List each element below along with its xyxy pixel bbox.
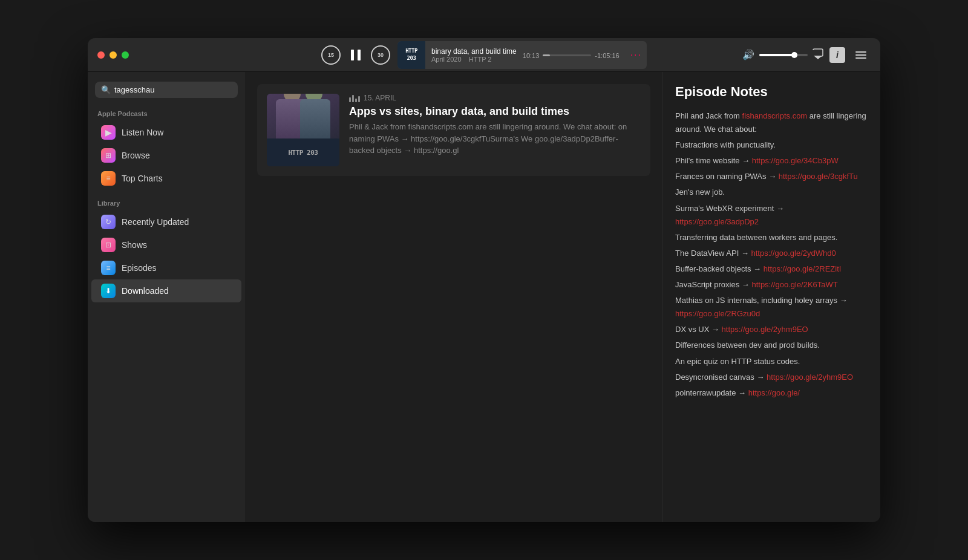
airplay-button[interactable] (813, 48, 823, 62)
episodes-icon: ≡ (101, 261, 116, 275)
episode-thumb-label: HTTP 203 (267, 138, 339, 166)
person2-body (300, 99, 330, 138)
listen-now-label: Listen Now (122, 128, 163, 137)
progress-track[interactable] (543, 54, 591, 56)
notes-item-7: The DataView API → https://goo.gle/2ydWh… (675, 247, 868, 260)
library-label: Library (88, 197, 245, 210)
downloaded-label: Downloaded (122, 286, 169, 296)
bar2 (352, 95, 354, 102)
maximize-button[interactable] (122, 51, 129, 59)
episode-title: Apps vs sites, binary data, and build ti… (349, 105, 641, 119)
volume-area: 🔊 (742, 48, 823, 62)
content-area: HTTP 203 15. APRIL Apps vs sites, binary (245, 72, 662, 522)
link-9[interactable]: https://goo.gle/2yhm9EO (767, 373, 853, 382)
fishandscripts-link[interactable]: fishandscripts.com (742, 111, 808, 120)
episode-date-row: 15. APRIL (349, 94, 641, 102)
sidebar-item-listen-now[interactable]: ▶ Listen Now (91, 121, 241, 144)
minimize-button[interactable] (110, 51, 117, 59)
notes-item-2: Phil's time website → https://goo.gle/34… (675, 154, 868, 168)
browse-icon: ⊞ (101, 148, 116, 163)
progress-container: 10:13 -1:05:16 (523, 51, 626, 59)
downloaded-icon: ⬇ (101, 284, 116, 298)
svg-rect-0 (351, 50, 354, 60)
now-playing-widget[interactable]: HTTP 203 binary data, and build time Apr… (397, 41, 647, 69)
episode-date: 15. APRIL (364, 94, 396, 102)
sidebar-item-top-charts[interactable]: ≡ Top Charts (91, 167, 241, 190)
skip-forward-button[interactable]: 30 (371, 45, 390, 65)
listen-now-icon: ▶ (101, 125, 116, 140)
current-time: 10:13 (523, 52, 540, 59)
notes-item-3: Frances on naming PWAs → https://goo.gle… (675, 170, 868, 183)
link-2[interactable]: https://goo.gle/3cgkfTu (779, 172, 858, 181)
skip-back-button[interactable]: 15 (321, 45, 341, 65)
episode-thumbnail: HTTP 203 (267, 94, 339, 166)
shows-icon: ⊡ (101, 238, 116, 252)
play-pause-button[interactable] (349, 48, 362, 62)
top-charts-icon: ≡ (101, 171, 116, 186)
notes-item-15: pointerrawupdate → https://goo.gle/ (675, 386, 868, 400)
menu-line-3 (855, 57, 866, 59)
now-playing-info: binary data, and build time April 2020 H… (425, 47, 523, 63)
bar1 (349, 97, 351, 102)
info-label: i (836, 50, 839, 60)
volume-thumb (791, 52, 797, 58)
notes-item-10: Mathias on JS internals, including holey… (675, 294, 868, 321)
apple-podcasts-section: Apple Podcasts ▶ Listen Now ⊞ Browse ≡ T… (88, 108, 245, 190)
episode-info: 15. APRIL Apps vs sites, binary data, an… (349, 94, 641, 166)
titlebar: 15 30 HTTP 203 (88, 38, 880, 72)
main-content: 🔍 Apple Podcasts ▶ Listen Now ⊞ Browse ≡… (88, 72, 880, 522)
link-1[interactable]: https://goo.gle/34Cb3pW (752, 156, 839, 165)
apple-podcasts-label: Apple Podcasts (88, 108, 245, 121)
more-options-icon[interactable]: ··· (626, 50, 647, 60)
notes-item-1: Fustractions with punctuality. (675, 138, 868, 152)
link-7[interactable]: https://goo.gle/2RGzu0d (675, 309, 760, 318)
skip-back-label: 15 (328, 52, 334, 58)
now-playing-title: binary data, and build time (431, 47, 517, 56)
now-playing-thumbnail: HTTP 203 (397, 41, 425, 69)
link-8[interactable]: https://goo.gle/2yhm9EO (722, 325, 808, 334)
player-controls: 15 30 (321, 45, 390, 65)
close-button[interactable] (97, 51, 105, 59)
volume-fill (759, 54, 793, 56)
sidebar-item-browse[interactable]: ⊞ Browse (91, 144, 241, 167)
sidebar-item-episodes[interactable]: ≡ Episodes (91, 256, 241, 279)
notes-intro-text: Phil and Jack from (675, 111, 742, 120)
info-button[interactable]: i (829, 47, 845, 63)
sidebar: 🔍 Apple Podcasts ▶ Listen Now ⊞ Browse ≡… (88, 72, 245, 522)
notes-item-6: Transferring data between workers and pa… (675, 231, 868, 244)
sidebar-item-shows[interactable]: ⊡ Shows (91, 233, 241, 256)
link-6[interactable]: https://goo.gle/2K6TaWT (751, 280, 837, 289)
menu-button[interactable] (851, 45, 871, 65)
notes-panel: Episode Notes Phil and Jack from fishand… (662, 72, 880, 522)
notes-item-13: An epic quiz on HTTP status codes. (675, 355, 868, 368)
search-container: 🔍 (88, 82, 245, 108)
menu-line-1 (855, 51, 866, 53)
total-time: -1:05:16 (595, 52, 619, 59)
notes-item-4: Jen's new job. (675, 186, 868, 199)
volume-slider[interactable] (759, 54, 808, 56)
notes-item-12: Differences between dev and prod builds. (675, 339, 868, 352)
recently-updated-icon: ↻ (101, 215, 116, 229)
link-4[interactable]: https://goo.gle/2ydWhd0 (751, 249, 836, 258)
notes-item-11: DX vs UX → https://goo.gle/2yhm9EO (675, 323, 868, 336)
app-window: 15 30 HTTP 203 (88, 38, 880, 522)
now-playing-meta: April 2020 HTTP 2 (431, 56, 517, 63)
link-3[interactable]: https://goo.gle/3adpDp2 (675, 217, 759, 226)
sidebar-item-downloaded[interactable]: ⬇ Downloaded (91, 279, 241, 302)
link-10[interactable]: https://goo.gle/ (748, 388, 800, 397)
now-playing-date: April 2020 (431, 56, 462, 63)
sidebar-item-recently-updated[interactable]: ↻ Recently Updated (91, 210, 241, 233)
link-5[interactable]: https://goo.gle/2REZitI (764, 264, 842, 273)
titlebar-center: 15 30 HTTP 203 (321, 41, 647, 69)
episodes-label: Episodes (122, 263, 157, 273)
volume-icon: 🔊 (742, 49, 754, 60)
traffic-lights (97, 51, 129, 59)
skip-forward-label: 30 (378, 52, 384, 58)
search-input[interactable] (114, 85, 232, 94)
titlebar-right: 🔊 i (742, 45, 871, 65)
library-section: Library ↻ Recently Updated ⊡ Shows ≡ Epi… (88, 197, 245, 302)
notes-content: Phil and Jack from fishandscripts.com ar… (675, 109, 868, 400)
episode-card[interactable]: HTTP 203 15. APRIL Apps vs sites, binary (257, 84, 650, 176)
bars-icon (349, 94, 360, 102)
browse-label: Browse (122, 151, 150, 160)
